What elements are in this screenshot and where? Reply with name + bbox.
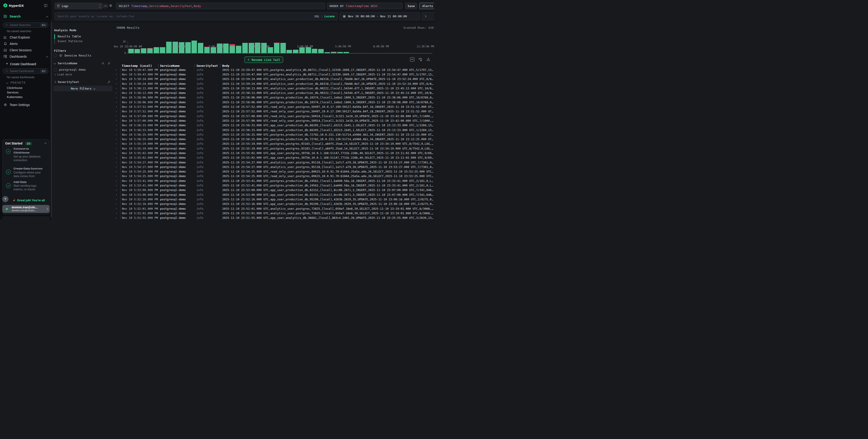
column-header-servicename[interactable]: ServiceName [160, 64, 180, 67]
column-header-body[interactable]: Body [222, 64, 229, 67]
row-expand-chevron-icon[interactable]: › [114, 207, 120, 210]
sidebar-item-team-settings[interactable]: Team Settings [9, 103, 30, 107]
row-expand-chevron-icon[interactable]: › [114, 179, 120, 182]
sidebar-scrollbar[interactable] [51, 22, 52, 218]
table-row[interactable]: ›Nov 10 5:54:25.000 PMpostgresql-demoinf… [114, 169, 434, 174]
more-filters-button[interactable]: More filters [54, 86, 113, 91]
row-expand-chevron-icon[interactable]: › [114, 161, 120, 164]
row-expand-chevron-icon[interactable]: › [114, 73, 120, 76]
table-row[interactable]: ›Nov 10 5:52:16.000 PMpostgresql-demoinf… [114, 202, 434, 206]
row-expand-chevron-icon[interactable]: › [114, 77, 120, 81]
table-row[interactable]: ›Nov 10 5:55:19.000 PMpostgresql-demoinf… [114, 142, 434, 146]
table-row[interactable]: ›Nov 10 5:57:52.000 PMpostgresql-demoinf… [114, 109, 434, 114]
table-row[interactable]: ›Nov 10 5:54:27.000 PMpostgresql-demoinf… [114, 164, 434, 169]
sidebar-item-dashboards[interactable]: Dashboards [9, 55, 27, 58]
view-source-button[interactable]: <> [410, 57, 414, 62]
user-profile-button[interactable]: D dominic.tran@clic... dominic.tran@clic… [2, 205, 50, 213]
table-row[interactable]: ›Nov 10 5:56:33.000 PMpostgresql-demoinf… [114, 128, 434, 132]
row-expand-chevron-icon[interactable]: › [114, 170, 120, 173]
column-header-severitytext[interactable]: SeverityText [196, 64, 218, 67]
load-more-row[interactable]: Load more [54, 73, 72, 76]
sidebar-collapse-icon[interactable] [44, 4, 48, 7]
code-editor-toggle-button[interactable]: <> [103, 4, 107, 8]
get-started-step-title[interactable]: Connect toClickHouse [13, 147, 30, 155]
run-query-button[interactable] [422, 12, 434, 20]
mode-event-patterns[interactable]: Event Patterns [58, 39, 83, 43]
histogram-bar[interactable] [312, 49, 317, 53]
row-expand-chevron-icon[interactable]: › [114, 212, 120, 215]
column-resize-handle[interactable] [194, 64, 195, 67]
create-dashboard-button[interactable]: Create Dashboard [10, 62, 36, 66]
resume-live-tail-button[interactable]: Resume Live Tail [244, 57, 283, 63]
sidebar-item-alerts[interactable]: Alerts [9, 42, 18, 45]
row-expand-chevron-icon[interactable]: › [114, 202, 120, 206]
filter-group-servicename[interactable]: ServiceName [54, 62, 113, 65]
mode-results-table[interactable]: Results Table [58, 35, 81, 38]
select-columns-input[interactable]: SELECT Timestamp,ServiceName,SeverityTex… [116, 3, 325, 9]
table-row[interactable]: ›Nov 10 5:57:00.000 PMpostgresql-demoinf… [114, 114, 434, 118]
table-row[interactable]: ›Nov 10 5:54:27.000 PMpostgresql-demoinf… [114, 160, 434, 164]
row-expand-chevron-icon[interactable]: › [114, 129, 120, 131]
language-toggle-sql[interactable]: SQL [314, 14, 319, 18]
preset-clickhouse[interactable]: ClickHouse [7, 86, 22, 90]
table-row[interactable]: ›Nov 10 5:56:33.000 PMpostgresql-demoinf… [114, 123, 434, 128]
table-row[interactable]: ›Nov 10 5:57:52.000 PMpostgresql-demoinf… [114, 104, 434, 109]
histogram-bar[interactable] [293, 50, 299, 53]
orderby-input[interactable]: ORDER BY TimestampTime DESC [327, 3, 402, 9]
row-expand-chevron-icon[interactable]: › [114, 165, 120, 168]
row-expand-chevron-icon[interactable]: › [114, 101, 120, 104]
table-row[interactable]: ›Nov 10 5:59:47.000 PMpostgresql-demoinf… [114, 72, 434, 76]
table-row[interactable]: ›Nov 10 5:56:25.000 PMpostgresql-demoinf… [114, 137, 434, 141]
histogram-bar[interactable] [318, 49, 324, 53]
download-icon[interactable] [426, 57, 430, 61]
table-row[interactable]: ›Nov 10 5:58:13.000 PMpostgresql-demoinf… [114, 91, 434, 95]
row-expand-chevron-icon[interactable]: › [114, 68, 120, 71]
denoise-results-row[interactable]: Denoise Results [54, 54, 91, 57]
sidebar-item-client-sessions[interactable]: Client Sessions [9, 48, 32, 52]
row-expand-chevron-icon[interactable]: › [114, 198, 120, 201]
row-expand-chevron-icon[interactable]: › [114, 110, 120, 113]
pin-icon[interactable] [107, 62, 111, 65]
row-expand-chevron-icon[interactable]: › [114, 91, 120, 94]
table-row[interactable]: ›Nov 10 5:52:16.000 PMpostgresql-demoinf… [114, 197, 434, 201]
row-expand-chevron-icon[interactable]: › [114, 115, 120, 118]
filter-value-row[interactable]: postgresql-demo [54, 68, 86, 71]
table-row[interactable]: ›Nov 10 5:58:06.000 PMpostgresql-demoinf… [114, 100, 434, 104]
table-row[interactable]: ›Nov 10 5:58:06.000 PMpostgresql-demoinf… [114, 95, 434, 100]
pin-icon[interactable] [107, 81, 111, 84]
sidebar-item-search[interactable]: Search [9, 14, 21, 18]
preset-services[interactable]: Services [7, 91, 19, 94]
date-range-picker[interactable]: Nov 10 00:00:00 - Nov 11 00:00:00 [340, 12, 420, 20]
table-row[interactable]: ›Nov 10 5:55:02.000 PMpostgresql-demoinf… [114, 151, 434, 155]
column-resize-handle[interactable] [158, 64, 158, 67]
table-row[interactable]: ›Nov 10 5:59:24.000 PMpostgresql-demoinf… [114, 77, 434, 82]
table-row[interactable]: ›Nov 10 5:53:41.000 PMpostgresql-demoinf… [114, 183, 434, 188]
row-expand-chevron-icon[interactable]: › [114, 193, 120, 196]
row-expand-chevron-icon[interactable]: › [114, 184, 120, 187]
table-row[interactable]: ›Nov 10 5:51:55.000 PMpostgresql-demoinf… [114, 216, 434, 220]
help-button[interactable]: ? [2, 196, 8, 202]
search-input[interactable]: Search your events w/ Lucene ex. column:… [55, 12, 338, 20]
source-select[interactable]: Logs [55, 3, 102, 9]
service-checkbox[interactable] [54, 68, 57, 71]
table-row[interactable]: ›Nov 10 5:59:24.000 PMpostgresql-demoinf… [114, 82, 434, 86]
filter-search-icon[interactable] [101, 62, 104, 65]
row-expand-chevron-icon[interactable]: › [114, 87, 120, 90]
row-expand-chevron-icon[interactable]: › [114, 175, 120, 178]
table-row[interactable]: ›Nov 10 5:52:01.000 PMpostgresql-demoinf… [114, 206, 434, 211]
row-expand-chevron-icon[interactable]: › [114, 216, 120, 219]
filter-group-severitytext[interactable]: SeverityText [54, 80, 113, 84]
histogram-bar[interactable] [286, 50, 292, 53]
language-toggle-lucene[interactable]: Lucene [324, 14, 335, 18]
table-row[interactable]: ›Nov 10 5:59:47.000 PMpostgresql-demoinf… [114, 67, 434, 72]
denoise-checkbox[interactable] [54, 54, 57, 57]
row-expand-chevron-icon[interactable]: › [114, 156, 120, 159]
table-row[interactable]: ›Nov 10 5:58:13.000 PMpostgresql-demoinf… [114, 86, 434, 91]
get-started-step-title[interactable]: Add Data [13, 180, 26, 184]
dashboards-collapse-chevron-icon[interactable] [46, 56, 48, 59]
table-row[interactable]: ›Nov 10 5:55:19.000 PMpostgresql-demoinf… [114, 146, 434, 151]
presets-chevron-icon[interactable] [6, 82, 8, 84]
preset-kubernetes[interactable]: Kubernetes [7, 95, 23, 99]
table-row[interactable]: ›Nov 10 5:55:02.000 PMpostgresql-demoinf… [114, 155, 434, 160]
table-row[interactable]: ›Nov 10 5:54:25.000 PMpostgresql-demoinf… [114, 174, 434, 179]
